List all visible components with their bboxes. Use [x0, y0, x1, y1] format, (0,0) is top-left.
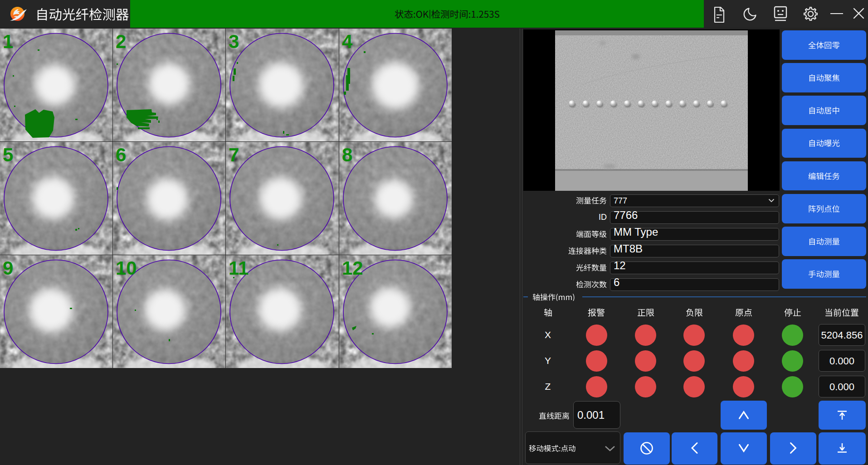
svg-text:6: 6 — [116, 144, 126, 165]
svg-text:2: 2 — [116, 31, 126, 52]
svg-text:3: 3 — [229, 31, 239, 52]
svg-text:11: 11 — [229, 257, 249, 279]
svg-text:5: 5 — [3, 144, 13, 165]
svg-text:10: 10 — [116, 257, 137, 279]
svg-text:1: 1 — [3, 31, 13, 52]
svg-text:12: 12 — [342, 257, 363, 279]
svg-text:7: 7 — [229, 144, 239, 165]
svg-text:8: 8 — [342, 144, 352, 165]
svg-text:9: 9 — [3, 257, 13, 279]
svg-text:4: 4 — [342, 31, 353, 52]
